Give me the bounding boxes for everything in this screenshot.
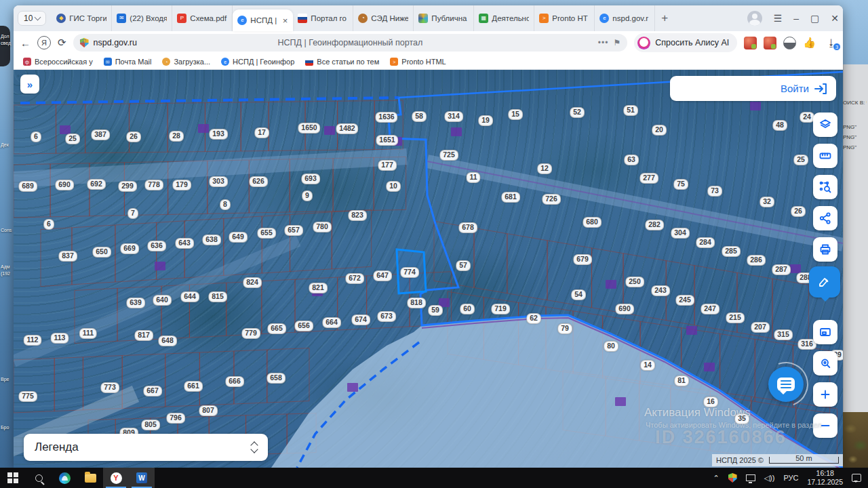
layers-tool-button[interactable]	[813, 113, 837, 137]
parcel-label-818[interactable]: 818	[407, 298, 426, 308]
parcel-label-63[interactable]: 63	[624, 155, 639, 165]
tab-публична[interactable]: Публична	[414, 5, 474, 31]
parcel-label-286[interactable]: 286	[747, 255, 766, 266]
parcel-label-644[interactable]: 644	[180, 291, 199, 302]
parcel-label-639[interactable]: 639	[126, 298, 145, 308]
share-tool-button[interactable]	[813, 206, 837, 230]
parcel-label-7[interactable]: 7	[127, 208, 138, 219]
ask-alice-button[interactable]: Спросить Алису AI	[634, 33, 737, 52]
parcel-label-773[interactable]: 773	[100, 382, 119, 393]
parcel-label-667[interactable]: 667	[143, 386, 162, 396]
parcel-label-243[interactable]: 243	[651, 285, 670, 296]
parcel-label-73[interactable]: 73	[707, 186, 722, 197]
parcel-label-661[interactable]: 661	[184, 381, 203, 392]
parcel-label-725[interactable]: 725	[439, 150, 458, 161]
parcel-label-655[interactable]: 655	[257, 228, 276, 239]
parcel-label-303[interactable]: 303	[209, 176, 228, 187]
bookmark-item[interactable]: Все статьи по тем	[305, 58, 379, 66]
tab-counter[interactable]: 10	[18, 11, 46, 26]
parcel-label-24[interactable]: 24	[800, 112, 814, 123]
parcel-label-817[interactable]: 817	[134, 330, 153, 341]
parcel-label-28[interactable]: 28	[169, 131, 184, 142]
parcel-label-282[interactable]: 282	[645, 220, 664, 230]
parcel-label-640[interactable]: 640	[153, 295, 172, 306]
parcel-label-62[interactable]: 62	[526, 313, 541, 324]
parcel-label-17[interactable]: 17	[254, 127, 269, 138]
parcel-label-690[interactable]: 690	[615, 304, 634, 314]
more-icon[interactable]: •••	[598, 38, 609, 47]
parcel-label-648[interactable]: 648	[158, 336, 177, 346]
parcel-label-719[interactable]: 719	[491, 304, 510, 314]
parcel-label-680[interactable]: 680	[583, 217, 601, 228]
parcel-label-12[interactable]: 12	[537, 163, 552, 174]
tab-схема-pdf[interactable]: PСхема.pdf	[172, 5, 233, 31]
expand-sidebar-button[interactable]: »	[20, 75, 39, 94]
parcel-label-1636[interactable]: 1636	[375, 112, 397, 123]
parcel-label-6[interactable]: 6	[31, 131, 41, 142]
parcel-label-6[interactable]: 6	[43, 219, 54, 230]
parcel-label-669[interactable]: 669	[120, 243, 139, 254]
parcel-label-664[interactable]: 664	[322, 317, 341, 328]
reactions-icon[interactable]: 👍	[803, 37, 816, 49]
parcel-label-780[interactable]: 780	[313, 222, 332, 232]
parcel-label-113[interactable]: 113	[51, 333, 69, 344]
maximize-button[interactable]: ▢	[810, 14, 819, 23]
parcel-label-11[interactable]: 11	[466, 172, 480, 183]
parcel-label-774[interactable]: 774	[400, 267, 419, 278]
volume-icon[interactable]: ◁))	[764, 474, 775, 483]
extension-icon[interactable]	[764, 37, 776, 49]
parcel-label-299[interactable]: 299	[118, 181, 137, 192]
panel-tool-button[interactable]	[813, 320, 837, 344]
desktop-icon-label[interactable]: (192	[1, 271, 10, 276]
desktop-icon-label[interactable]: Адм	[1, 264, 10, 269]
parcel-label-245[interactable]: 245	[675, 295, 694, 306]
parcel-label-314[interactable]: 314	[444, 111, 463, 122]
parcel-label-51[interactable]: 51	[623, 105, 638, 116]
parcel-label-285[interactable]: 285	[722, 246, 741, 257]
parcel-label-778[interactable]: 778	[144, 180, 163, 190]
taskbar-search-button[interactable]	[26, 468, 52, 488]
parcel-label-1482[interactable]: 1482	[336, 123, 358, 134]
parcel-label-26[interactable]: 26	[791, 206, 806, 217]
parcel-label-207[interactable]: 207	[751, 322, 770, 333]
tab-гис-торги[interactable]: ◆ГИС Торги	[52, 5, 112, 31]
taskbar-explorer-button[interactable]	[77, 468, 103, 488]
parcel-label-689[interactable]: 689	[18, 181, 37, 192]
tab-портал-го[interactable]: Портал го	[293, 5, 353, 31]
start-button[interactable]	[0, 468, 26, 488]
chat-button[interactable]	[768, 367, 804, 402]
parcel-label-179[interactable]: 179	[172, 180, 191, 190]
collapse-expand-icon[interactable]	[252, 443, 257, 452]
profile-avatar[interactable]	[747, 11, 762, 26]
draw-tool-button[interactable]	[809, 266, 840, 298]
network-icon[interactable]	[746, 474, 755, 481]
security-shield-icon[interactable]: ⛨	[80, 38, 89, 47]
tab-деятельно[interactable]: ▦Деятельно	[474, 5, 534, 31]
parcel-label-638[interactable]: 638	[202, 235, 221, 245]
parcel-label-80[interactable]: 80	[604, 341, 618, 352]
bookmark-item[interactable]: eНСПД | Геоинфор	[221, 58, 294, 66]
parcel-label-681[interactable]: 681	[501, 192, 520, 203]
parcel-label-837[interactable]: 837	[58, 251, 77, 262]
parcel-label-54[interactable]: 54	[571, 289, 586, 300]
parcel-label-14[interactable]: 14	[640, 360, 655, 371]
downloads-button[interactable]: ⭳ 3	[827, 37, 836, 48]
parcel-label-25[interactable]: 25	[65, 134, 80, 144]
taskbar-edge-button[interactable]	[52, 468, 77, 488]
parcel-label-75[interactable]: 75	[673, 179, 688, 190]
parcel-label-26[interactable]: 26	[126, 131, 141, 142]
language-indicator[interactable]: РУС	[783, 474, 798, 482]
tab-сэд-ниже[interactable]: ◔СЭД Ниже	[353, 5, 414, 31]
parcel-label-656[interactable]: 656	[294, 321, 313, 331]
parcel-label-673[interactable]: 673	[377, 311, 396, 322]
parcel-label-287[interactable]: 287	[772, 264, 791, 275]
parcel-label-658[interactable]: 658	[267, 373, 285, 384]
parcel-label-15[interactable]: 15	[508, 109, 523, 120]
menu-icon[interactable]: ☰	[774, 14, 783, 23]
minimize-button[interactable]: –	[793, 14, 799, 23]
parcel-label-672[interactable]: 672	[345, 273, 364, 284]
desktop-icon-label[interactable]: Cons	[1, 228, 12, 232]
desktop-icon-label[interactable]: Бро	[1, 425, 9, 430]
parcel-label-79[interactable]: 79	[557, 323, 572, 334]
parcel-label-775[interactable]: 775	[18, 391, 37, 402]
